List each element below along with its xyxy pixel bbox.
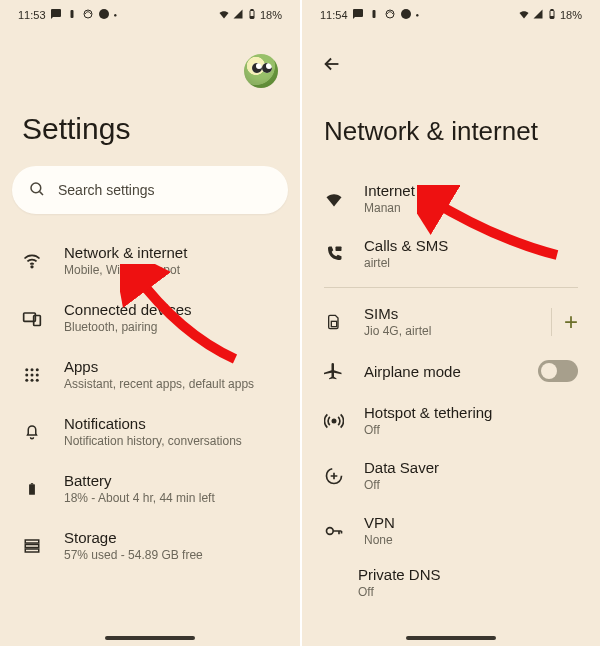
svg-rect-4 [251,10,253,11]
status-battery-pct: 18% [560,9,582,21]
status-battery-icon [546,8,558,22]
network-pane: 11:54 ● 18% Network & internet Internet … [300,0,600,646]
status-chat-icon [50,8,62,22]
item-sub: Manan [364,201,578,215]
item-sub: None [364,533,578,547]
item-network-internet[interactable]: Network & internet Mobile, Wi-Fi, hotspo… [0,232,300,289]
item-title: Storage [64,529,278,546]
hotspot-icon [324,411,344,431]
plane-icon [324,361,344,381]
status-carrier-icon [82,8,94,22]
status-battery-dot-icon [66,8,78,22]
item-data-saver[interactable]: Data Saver Off [302,448,600,503]
page-title: Network & internet [302,76,600,171]
item-title: Network & internet [64,244,278,261]
item-sub: Mobile, Wi-Fi, hotspot [64,263,278,277]
divider [324,287,578,288]
item-title: Internet [364,182,578,199]
item-airplane-mode[interactable]: Airplane mode [302,349,600,393]
item-title: Data Saver [364,459,578,476]
item-sub: Off [358,585,578,599]
svg-point-34 [327,527,334,534]
item-sub: Bluetooth, pairing [64,320,278,334]
status-signal-icon [232,8,244,22]
status-wifi-icon [218,8,230,22]
item-title: Hotspot & tethering [364,404,578,421]
svg-point-14 [31,373,34,376]
wifi-solid-icon [324,189,344,209]
avatar[interactable] [244,54,278,88]
datasaver-icon [324,466,344,486]
svg-rect-21 [25,540,39,543]
sim-icon [324,312,344,332]
svg-rect-31 [331,321,336,326]
svg-rect-29 [550,17,553,19]
status-battery-dot-icon [368,8,380,22]
status-battery-icon [246,8,258,22]
item-private-dns[interactable]: Private DNS Off [302,558,600,599]
item-title: Connected devices [64,301,278,318]
apps-icon [22,365,42,385]
status-signal-icon [532,8,544,22]
svg-point-26 [401,9,411,19]
search-icon [28,180,46,201]
svg-point-2 [99,9,109,19]
item-sims[interactable]: SIMs Jio 4G, airtel + [302,294,600,349]
item-sub: Off [364,478,578,492]
item-battery[interactable]: Battery 18% - About 4 hr, 44 min left [0,460,300,517]
status-time: 11:53 [18,9,46,21]
item-sub: Assistant, recent apps, default apps [64,377,278,391]
page-title: Settings [0,88,300,166]
status-carrier-icon [384,8,396,22]
nav-handle[interactable] [406,636,496,640]
svg-point-7 [31,266,33,268]
item-calls-sms[interactable]: Calls & SMS airtel [302,226,600,281]
search-input[interactable]: Search settings [12,166,288,214]
item-sub: Off [364,423,578,437]
svg-point-11 [31,368,34,371]
item-sub: 57% used - 54.89 GB free [64,548,278,562]
phone-icon [324,244,344,264]
nav-handle[interactable] [105,636,195,640]
item-notifications[interactable]: Notifications Notification history, conv… [0,403,300,460]
status-spotify-icon [400,8,412,22]
airplane-toggle[interactable] [538,360,578,382]
svg-point-12 [36,368,39,371]
item-title: Private DNS [358,566,578,583]
svg-rect-5 [250,17,253,19]
item-sub: 18% - About 4 hr, 44 min left [64,491,278,505]
svg-point-18 [36,378,39,381]
wifi-icon [22,251,42,271]
item-title: Calls & SMS [364,237,578,254]
back-button[interactable] [320,52,344,76]
item-vpn[interactable]: VPN None [302,503,600,558]
svg-point-6 [31,183,41,193]
item-sub: Jio 4G, airtel [364,324,531,338]
svg-point-17 [31,378,34,381]
svg-rect-30 [336,246,342,251]
status-dot-icon: ● [416,12,420,18]
status-time: 11:54 [320,9,348,21]
svg-rect-0 [70,10,73,18]
battery-icon [22,479,42,499]
svg-point-32 [332,419,335,422]
item-title: Apps [64,358,278,375]
bell-icon [22,422,42,442]
svg-point-15 [36,373,39,376]
add-sim-button[interactable]: + [551,308,578,336]
item-apps[interactable]: Apps Assistant, recent apps, default app… [0,346,300,403]
item-title: Airplane mode [364,363,518,380]
item-internet[interactable]: Internet Manan [302,171,600,226]
item-title: Notifications [64,415,278,432]
svg-point-10 [25,368,28,371]
status-chat-icon [352,8,364,22]
settings-pane: 11:53 ● 18% [0,0,300,646]
svg-rect-23 [25,549,39,552]
item-hotspot[interactable]: Hotspot & tethering Off [302,393,600,448]
item-storage[interactable]: Storage 57% used - 54.89 GB free [0,517,300,574]
status-bar: 11:54 ● 18% [302,0,600,30]
svg-rect-28 [551,10,553,11]
svg-rect-22 [25,544,39,547]
item-connected-devices[interactable]: Connected devices Bluetooth, pairing [0,289,300,346]
search-placeholder: Search settings [58,182,155,198]
